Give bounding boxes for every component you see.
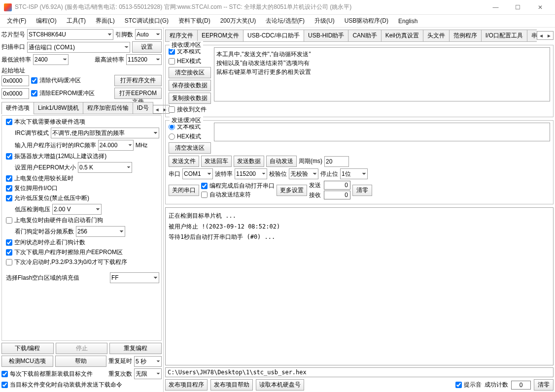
send-hex-mode[interactable]: HEX模式 [169, 132, 211, 141]
open-eeprom-button[interactable]: 打开EEPROM文件 [114, 88, 162, 99]
recv-hex-mode[interactable]: HEX模式 [169, 57, 211, 65]
cold-boot-check[interactable]: 下次冷启动时,P3.2/P3.3为0/0才可下载程序 [6, 258, 127, 266]
parity-select[interactable]: 无校验 [289, 168, 318, 179]
chip-select[interactable]: STC8H8K64U [27, 29, 113, 40]
flash-fill-select[interactable]: FF [110, 272, 159, 283]
menu-编程(O)[interactable]: 编程(O) [31, 15, 61, 27]
auto-end-check[interactable]: 自动发送结束符 [201, 191, 275, 199]
low-volt-val-select[interactable]: 2.00 V [52, 204, 102, 215]
download-button[interactable]: 下载/编程 [1, 343, 54, 354]
menu-USB驱动程序(D)[interactable]: USB驱动程序(D) [340, 15, 393, 27]
rtab-7[interactable]: 范例程序 [449, 30, 482, 41]
baud-select[interactable]: 115200 [235, 168, 267, 179]
irc-freq-select[interactable]: 24.000 [98, 140, 134, 151]
tab-id[interactable]: ID号 [133, 102, 153, 114]
right-panel: 程序文件EEPROM文件USB-CDC/串口助手USB-HID助手CAN助手Ke… [164, 28, 555, 392]
minimize-button[interactable]: — [485, 0, 507, 14]
auto-send-button[interactable]: 自动发送 [266, 156, 297, 167]
publish-help-button[interactable]: 发布项目帮助 [210, 379, 253, 391]
tab-hw-options[interactable]: 硬件选项 [1, 102, 34, 114]
rtab-left-arrow-icon[interactable]: ◄ [537, 33, 545, 38]
tab-encrypt[interactable]: 程序加密后传输 [83, 102, 133, 114]
recv-copy-button[interactable]: 复制接收数据 [169, 93, 211, 104]
osc-gain-check[interactable]: 振荡器放大增益(12M以上建议选择) [6, 152, 106, 161]
reload-check[interactable]: 每次下载前都重新装载目标文件 [1, 370, 106, 378]
menu-English[interactable]: English [393, 16, 422, 26]
maximize-button[interactable]: ☐ [507, 0, 529, 14]
send-data-button[interactable]: 发送数据 [234, 156, 264, 167]
menu-界面(L)[interactable]: 界面(L) [91, 15, 120, 27]
flash-fill-label: 选择Flash空白区域的填充值 [6, 274, 79, 282]
clear-eeprom-check[interactable]: 清除EEPROM缓冲区 [31, 89, 95, 98]
long-delay-check[interactable]: 上电复位使用较长延时 [6, 174, 73, 183]
help-button[interactable]: 帮助 [55, 356, 107, 367]
tab-left-arrow-icon[interactable]: ◄ [153, 107, 161, 112]
period-input[interactable] [324, 156, 349, 167]
scan-port-select[interactable]: 通信端口 (COM1) [27, 42, 130, 53]
clear-success-button[interactable]: 清零 [534, 379, 554, 391]
rtab-4[interactable]: CAN助手 [348, 30, 381, 41]
rtab-right-arrow-icon[interactable]: ► [545, 33, 553, 38]
watchdog-check[interactable]: 上电复位时由硬件自动启动看门狗 [6, 216, 103, 225]
read-hdd-button[interactable]: 读取本机硬盘号 [256, 379, 304, 391]
clear-code-check[interactable]: 清除代码缓冲区 [31, 76, 81, 85]
irc-mode-select[interactable]: 不调节,使用内部预置的频率 [51, 128, 159, 138]
auto-reload-check[interactable]: 当目标文件变化时自动装载并发送下载命令 [1, 381, 122, 389]
eeprom-size-select[interactable]: 0.5 K [78, 162, 132, 173]
pin-select[interactable]: Auto [135, 29, 162, 40]
open-program-button[interactable]: 打开程序文件 [114, 75, 162, 86]
code-addr-input[interactable] [1, 75, 29, 86]
repeat-delay-label: 重复延时 [108, 357, 132, 365]
idle-wdt-check[interactable]: 空闲状态时停止看门狗计数 [6, 238, 85, 247]
auto-open-check[interactable]: 编程完成后自动打开串口 [201, 182, 275, 190]
menu-资料下载(D)[interactable]: 资料下载(D) [173, 15, 215, 27]
rtab-3[interactable]: USB-HID助手 [304, 30, 348, 41]
menu-去论坛/选型(F)[interactable]: 去论坛/选型(F) [261, 15, 310, 27]
max-baud-select[interactable]: 115200 [126, 54, 162, 65]
eeprom-addr-input[interactable] [1, 88, 29, 99]
send-textarea[interactable] [214, 123, 550, 141]
settings-button[interactable]: 设置 [132, 41, 162, 53]
recv-clear-button[interactable]: 清空接收区 [169, 67, 211, 78]
file-path-input[interactable] [165, 367, 554, 377]
erase-eeprom-check[interactable]: 下次下载用户程序时擦除用户EEPROM区 [6, 248, 123, 257]
recv-save-button[interactable]: 保存接收数据 [169, 80, 211, 91]
menu-200万大奖(U)[interactable]: 200万大奖(U) [215, 15, 261, 27]
close-button[interactable]: ✕ [529, 0, 551, 14]
repeat-count-select[interactable]: 无限 [134, 368, 162, 379]
sound-check[interactable]: 提示音 [455, 381, 482, 389]
stop-button[interactable]: 停止 [56, 343, 108, 354]
send-cr-button[interactable]: 发送回车 [201, 156, 232, 167]
recv-textarea[interactable]: 本工具中,"发送文件","自动循环发送" 按钮以及"自动发送结束符"选项均有 鼠… [214, 47, 550, 101]
send-file-button[interactable]: 发送文件 [169, 156, 199, 167]
reprogram-button[interactable]: 重复编程 [109, 343, 162, 354]
rtab-8[interactable]: I/O口配置工具 [481, 30, 527, 41]
watchdog-div-select[interactable]: 256 [76, 226, 125, 237]
menu-STC调试接口(G)[interactable]: STC调试接口(G) [120, 15, 173, 27]
close-port-button[interactable]: 关闭串口 [169, 185, 199, 196]
recv-tofile-check[interactable]: 接收到文件 [169, 105, 211, 114]
more-settings-button[interactable]: 更多设置 [277, 185, 307, 196]
menu-工具(T)[interactable]: 工具(T) [62, 15, 91, 27]
min-baud-select[interactable]: 2400 [33, 54, 69, 65]
menu-文件(F)[interactable]: 文件(F) [2, 15, 31, 27]
rtab-0[interactable]: 程序文件 [165, 30, 198, 41]
detect-mcu-button[interactable]: 检测MCU选项 [1, 356, 53, 367]
reset-io-check[interactable]: 复位脚用作I/O口 [6, 184, 58, 193]
rtab-9[interactable]: 串口波特率计算器 [527, 30, 537, 41]
rtab-5[interactable]: Keil仿真设置 [381, 30, 423, 41]
send-clear-button[interactable]: 清空发送区 [169, 142, 211, 154]
modify-hw-check[interactable]: 本次下载需要修改硬件选项 [6, 118, 85, 126]
low-volt-check[interactable]: 允许低压复位(禁止低压中断) [6, 194, 89, 202]
rtab-1[interactable]: EEPROM文件 [197, 30, 243, 41]
rtab-2[interactable]: USB-CDC/串口助手 [243, 30, 304, 42]
stop-select[interactable]: 1位 [340, 168, 368, 179]
clear-count-button[interactable]: 清零 [352, 185, 372, 196]
publish-program-button[interactable]: 发布项目程序 [165, 379, 208, 391]
tab-link-offline[interactable]: Link1/U8W脱机 [34, 102, 83, 114]
rtab-6[interactable]: 头文件 [423, 30, 450, 41]
rx-label: 接收 [309, 191, 321, 199]
repeat-delay-select[interactable]: 5 秒 [134, 356, 162, 367]
menu-升级(U)[interactable]: 升级(U) [310, 15, 340, 27]
port-select[interactable]: COM1 [182, 168, 213, 179]
